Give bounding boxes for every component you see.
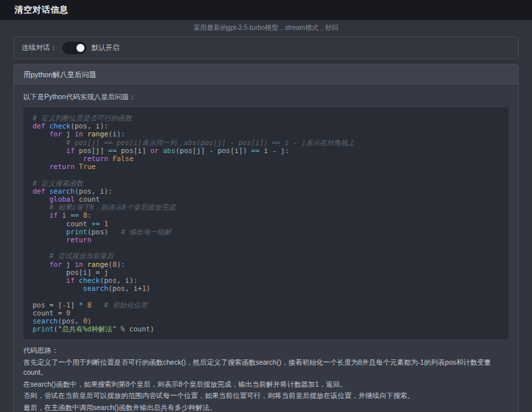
code-block[interactable]: # 定义判断位置是否可行的函数def check(pos, i): for j … [23,107,509,339]
explanation: 代码思路： 首先定义了一个用于判断位置是否可行的函数check()，然后定义了搜… [23,345,509,412]
top-bar: 清空对话信息 [0,0,532,20]
model-info-text: 采用最新的gpt-3.5-turbo模型，stream模式，秒回 [0,20,532,37]
assistant-intro: 以下是Python代码实现八皇后问题： [23,93,509,102]
explanation-line: 首先定义了一个用于判断位置是否可行的函数check()，然后定义了搜索函数sea… [23,357,509,378]
explanation-heading: 代码思路： [23,345,509,356]
settings-panel: 连续对话： 默认开启 [13,37,519,59]
assistant-message: 以下是Python代码实现八皇后问题： # 定义判断位置是否可行的函数def c… [14,86,518,412]
chat-panel: 用python解八皇后问题 以下是Python代码实现八皇后问题： # 定义判断… [13,64,519,412]
toggle-knob [76,44,84,52]
toggle-status-label: 默认开启 [92,43,120,53]
user-message: 用python解八皇后问题 [14,65,518,86]
explanation-line: 最后，在主函数中调用search()函数并输出总共有多少种解法。 [23,403,509,412]
continuous-chat-toggle[interactable] [63,42,86,54]
continuous-chat-label: 连续对话： [22,43,57,53]
explanation-line: 在search()函数中，如果搜索到第8个皇后，则表示8个皇后摆放完成，输出当前… [23,379,509,390]
clear-chat-button[interactable]: 清空对话信息 [15,4,68,16]
explanation-line: 否则，尝试在当前皇后可以摆放的范围内尝试每一个位置，如果当前位置可行，则将当前皇… [23,391,509,401]
